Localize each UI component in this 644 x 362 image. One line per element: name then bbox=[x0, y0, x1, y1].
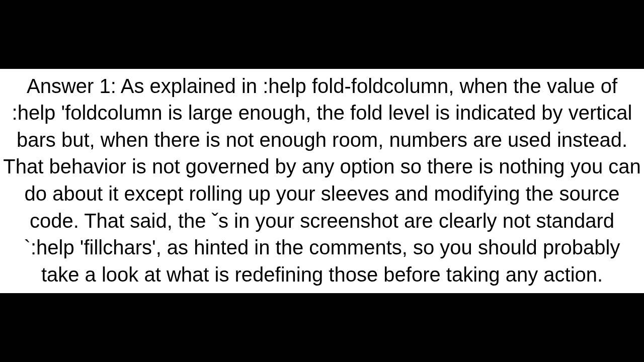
text-panel: Answer 1: As explained in :help fold-fol… bbox=[0, 69, 644, 294]
answer-body: Answer 1: As explained in :help fold-fol… bbox=[3, 73, 641, 289]
